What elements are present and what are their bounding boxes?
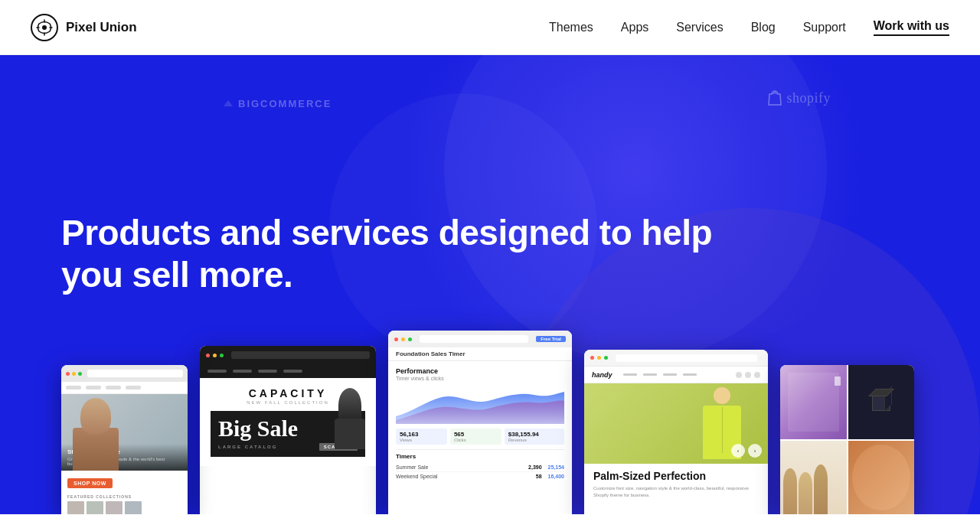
product-1-overlay xyxy=(788,373,839,432)
card-capacity: CAPACITY NEW FALL COLLECTION Big Sale LA… xyxy=(200,346,376,514)
nav-line xyxy=(663,373,677,376)
thumb xyxy=(125,501,142,514)
shopify-label: shopify xyxy=(767,90,831,106)
stat-revenue-label: Revenue xyxy=(508,438,560,442)
nav-item xyxy=(258,370,277,373)
card2-content: CAPACITY NEW FALL COLLECTION Big Sale LA… xyxy=(200,378,376,466)
nav-line xyxy=(623,373,637,376)
dot-green xyxy=(78,372,82,376)
face xyxy=(80,398,111,435)
thumb xyxy=(87,501,103,514)
card-sales-timer: Free Trial Foundation Sales Timer Perfor… xyxy=(388,331,572,514)
main-nav: Themes Apps Services Blog Support Work w… xyxy=(549,19,949,36)
thumb xyxy=(106,501,122,514)
jacket-seam xyxy=(722,407,723,453)
nav-line xyxy=(683,373,697,376)
nav-themes[interactable]: Themes xyxy=(549,21,593,34)
logo[interactable]: Pixel Union xyxy=(31,14,137,41)
card1-btn: SHOP NOW xyxy=(67,478,113,488)
nav-item xyxy=(66,386,81,390)
dot-green xyxy=(220,354,224,357)
svg-point-1 xyxy=(42,25,47,30)
card1-section: FEATURED COLLECTIONS xyxy=(67,494,181,499)
card3-body: Performance Timer views & clicks xyxy=(388,361,572,487)
card4-site-nav: handy xyxy=(584,367,768,383)
dot-green xyxy=(604,356,608,360)
hero-section: BIGCOMMERCE shopify Products and service… xyxy=(0,55,980,514)
handy-logo: handy xyxy=(592,371,612,379)
card1-browser-bar xyxy=(61,365,188,382)
silhouette-3 xyxy=(814,464,828,514)
product-4-glow xyxy=(852,445,911,511)
card3-title-bar: Foundation Sales Timer xyxy=(388,347,572,361)
timer1-name: Summer Sale xyxy=(396,464,428,470)
timer1-val1: 2,390 xyxy=(528,464,542,470)
handy-nav-items xyxy=(623,373,697,376)
figure-body xyxy=(335,419,365,449)
product-grid xyxy=(780,365,914,514)
chart-area xyxy=(396,386,564,424)
dot-yellow xyxy=(72,372,76,376)
icon-circle xyxy=(736,372,742,378)
shopify-text: shopify xyxy=(787,90,831,106)
dot-yellow xyxy=(401,337,405,341)
stat-clicks-num: 565 xyxy=(454,431,498,438)
figure-head xyxy=(338,388,361,422)
stat-views: 56,163 Views xyxy=(396,429,447,445)
next-arrow[interactable]: › xyxy=(748,444,762,458)
clothing-icon xyxy=(835,376,841,386)
timer1-val2: 25,154 xyxy=(548,464,564,470)
nav-item xyxy=(106,386,121,390)
nav-item xyxy=(86,386,101,390)
nav-item xyxy=(126,386,141,390)
timer-row-1: Summer Sale 2,390 25,154 xyxy=(396,463,564,472)
nav-blog[interactable]: Blog xyxy=(751,21,776,34)
timer2-name: Weekend Special xyxy=(396,474,437,479)
card-fashion: Stylish & Scalable Great online navigati… xyxy=(61,365,188,514)
stat-clicks-label: Clicks xyxy=(454,438,498,442)
silhouettes xyxy=(780,441,847,515)
collection-thumbs xyxy=(67,501,181,514)
card4-browser-bar xyxy=(584,350,768,367)
nav-work-with-us[interactable]: Work with us xyxy=(874,19,949,36)
nav-apps[interactable]: Apps xyxy=(621,21,648,34)
silhouette-2 xyxy=(799,472,812,514)
card3-browser-bar: Free Trial xyxy=(388,331,572,347)
site-header: Pixel Union Themes Apps Services Blog Su… xyxy=(0,0,980,55)
silhouette-1 xyxy=(783,468,797,514)
icon-circle xyxy=(754,372,760,378)
stat-views-label: Views xyxy=(400,438,443,442)
dot-yellow xyxy=(213,354,217,357)
nav-line xyxy=(643,373,657,376)
address-bar xyxy=(231,351,370,359)
dot-yellow xyxy=(597,356,601,360)
dot-red xyxy=(206,354,210,357)
person-head xyxy=(714,387,730,404)
card1-image: Stylish & Scalable Great online navigati… xyxy=(61,394,188,471)
shopify-bag-icon xyxy=(767,90,782,106)
performance-subtitle: Timer views & clicks xyxy=(396,376,564,381)
performance-title: Performance xyxy=(396,367,564,375)
card3-badge: Free Trial xyxy=(536,336,566,342)
carousel-arrows: ‹ › xyxy=(731,444,762,458)
hero-headline: Products and services designed to help y… xyxy=(61,212,720,296)
timer2-val1: 58 xyxy=(536,474,542,479)
product-4 xyxy=(848,441,915,515)
card-product-grid xyxy=(780,365,914,514)
handy-desc: Customize font size, navigation style & … xyxy=(593,485,759,499)
sale-figure xyxy=(332,388,367,449)
stats-row: 56,163 Views 565 Clicks $38,155.94 Reven… xyxy=(396,429,564,445)
bigcommerce-icon xyxy=(222,97,234,109)
nav-services[interactable]: Services xyxy=(676,21,723,34)
nav-support[interactable]: Support xyxy=(803,21,846,34)
dot-green xyxy=(408,337,412,341)
logo-text: Pixel Union xyxy=(66,20,137,35)
timer-row-2: Weekend Special 58 16,400 xyxy=(396,472,564,481)
card1-collections: FEATURED COLLECTIONS xyxy=(61,492,188,514)
logo-icon xyxy=(31,14,58,41)
card4-hero-image: ‹ › xyxy=(584,383,768,464)
prev-arrow[interactable]: ‹ xyxy=(731,444,745,458)
product-cards-strip: Stylish & Scalable Great online navigati… xyxy=(0,331,980,514)
dot-red xyxy=(590,356,594,360)
card2-nav xyxy=(200,364,376,378)
